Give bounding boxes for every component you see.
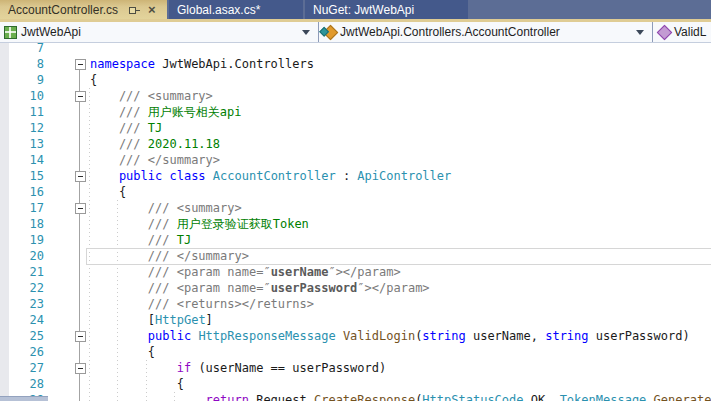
line-number: 23 bbox=[0, 296, 44, 312]
code-line-10[interactable]: 10 /// <summary> bbox=[0, 88, 711, 104]
fold-collapse-toggle[interactable] bbox=[75, 59, 86, 70]
code-text: { bbox=[90, 184, 126, 200]
tab-label: NuGet: JwtWebApi bbox=[313, 3, 414, 17]
code-editor[interactable]: 78namespace JwtWebApi.Controllers9{10 //… bbox=[0, 43, 711, 401]
code-text: /// 用户登录验证获取Token bbox=[90, 216, 309, 232]
code-line-13[interactable]: 13 /// 2020.11.18 bbox=[0, 136, 711, 152]
line-number: 16 bbox=[0, 184, 44, 200]
close-icon[interactable]: × bbox=[148, 4, 156, 16]
fold-collapse-toggle[interactable] bbox=[75, 331, 86, 342]
line-number: 22 bbox=[0, 280, 44, 296]
code-line-24[interactable]: 24 [HttpGet] bbox=[0, 312, 711, 328]
tab-accountcontroller[interactable]: AccountController.cs × bbox=[0, 0, 167, 19]
code-text: { bbox=[90, 376, 184, 392]
line-number: 10 bbox=[0, 88, 44, 104]
code-text: public class AccountController : ApiCont… bbox=[90, 168, 451, 184]
line-number: 15 bbox=[0, 168, 44, 184]
fold-collapse-toggle[interactable] bbox=[75, 171, 86, 182]
type-dropdown-value: JwtWebApi.Controllers.AccountController bbox=[340, 25, 560, 39]
zoom-control[interactable] bbox=[0, 396, 48, 401]
line-number: 11 bbox=[0, 104, 44, 120]
code-text: if (userName == userPassword) bbox=[90, 360, 386, 376]
code-text: /// <param name=″userPassword″></param> bbox=[90, 280, 430, 296]
class-icon bbox=[323, 24, 339, 40]
code-line-27[interactable]: 27 if (userName == userPassword) bbox=[0, 360, 711, 376]
member-dropdown-value: ValidL bbox=[674, 25, 706, 39]
code-line-15[interactable]: 15 public class AccountController : ApiC… bbox=[0, 168, 711, 184]
line-number: 18 bbox=[0, 216, 44, 232]
code-text: /// </summary> bbox=[90, 152, 220, 168]
code-line-17[interactable]: 17 /// <summary> bbox=[0, 200, 711, 216]
code-text: namespace JwtWebApi.Controllers bbox=[90, 56, 314, 72]
line-number: 7 bbox=[0, 43, 44, 56]
code-line-18[interactable]: 18 /// 用户登录验证获取Token bbox=[0, 216, 711, 232]
line-number: 12 bbox=[0, 120, 44, 136]
code-line-14[interactable]: 14 /// </summary> bbox=[0, 152, 711, 168]
tab-label: Global.asax.cs* bbox=[177, 3, 260, 17]
code-line-26[interactable]: 26 { bbox=[0, 344, 711, 360]
line-number: 27 bbox=[0, 360, 44, 376]
navigation-bar: JwtWebApi JwtWebApi.Controllers.AccountC… bbox=[0, 22, 711, 43]
code-line-16[interactable]: 16 { bbox=[0, 184, 711, 200]
code-text: /// TJ bbox=[90, 120, 162, 136]
code-line-25[interactable]: 25 public HttpResponseMessage ValidLogin… bbox=[0, 328, 711, 344]
project-dropdown[interactable]: JwtWebApi bbox=[0, 22, 318, 42]
code-line-9[interactable]: 9{ bbox=[0, 72, 711, 88]
code-line-20[interactable]: 20 /// </summary> bbox=[0, 248, 711, 264]
line-number: 9 bbox=[0, 72, 44, 88]
fold-collapse-toggle[interactable] bbox=[75, 203, 86, 214]
line-number: 26 bbox=[0, 344, 44, 360]
line-number: 19 bbox=[0, 232, 44, 248]
code-line-8[interactable]: 8namespace JwtWebApi.Controllers bbox=[0, 56, 711, 72]
type-dropdown[interactable]: JwtWebApi.Controllers.AccountController bbox=[319, 22, 652, 42]
line-number: 8 bbox=[0, 56, 44, 72]
line-number: 28 bbox=[0, 376, 44, 392]
code-text: /// <param name=″userName″></param> bbox=[90, 264, 401, 280]
code-line-11[interactable]: 11 /// 用户账号相关api bbox=[0, 104, 711, 120]
tab-label: AccountController.cs bbox=[8, 3, 118, 17]
line-number: 24 bbox=[0, 312, 44, 328]
line-number: 25 bbox=[0, 328, 44, 344]
project-dropdown-value: JwtWebApi bbox=[21, 25, 81, 39]
code-text: /// 用户账号相关api bbox=[90, 104, 241, 120]
visual-studio-editor-window: AccountController.cs × Global.asax.cs* N… bbox=[0, 0, 711, 401]
code-text: [HttpGet] bbox=[90, 312, 213, 328]
code-text: { bbox=[90, 72, 97, 88]
code-line-29[interactable]: 29 return Request.CreateResponse(HttpSta… bbox=[0, 392, 711, 401]
tab-nuget[interactable]: NuGet: JwtWebApi bbox=[305, 0, 468, 19]
member-dropdown[interactable]: ValidL bbox=[653, 22, 711, 42]
code-text: /// <summary> bbox=[90, 200, 242, 216]
line-number: 13 bbox=[0, 136, 44, 152]
fold-collapse-toggle[interactable] bbox=[75, 363, 86, 374]
code-line-21[interactable]: 21 /// <param name=″userName″></param> bbox=[0, 264, 711, 280]
line-number: 14 bbox=[0, 152, 44, 168]
code-text: /// <returns></returns> bbox=[90, 296, 314, 312]
code-line-28[interactable]: 28 { bbox=[0, 376, 711, 392]
document-tab-bar: AccountController.cs × Global.asax.cs* N… bbox=[0, 0, 711, 19]
code-line-19[interactable]: 19 /// TJ bbox=[0, 232, 711, 248]
line-number: 21 bbox=[0, 264, 44, 280]
chevron-down-icon[interactable] bbox=[636, 30, 644, 35]
chevron-down-icon[interactable] bbox=[302, 30, 310, 35]
code-text: /// </summary> bbox=[90, 248, 249, 264]
code-text: public HttpResponseMessage ValidLogin(st… bbox=[90, 328, 690, 344]
code-text: /// TJ bbox=[90, 232, 191, 248]
code-text: return Request.CreateResponse(HttpStatus… bbox=[90, 392, 711, 401]
pin-icon[interactable] bbox=[128, 4, 140, 16]
code-line-23[interactable]: 23 /// <returns></returns> bbox=[0, 296, 711, 312]
method-icon bbox=[657, 24, 673, 40]
fold-collapse-toggle[interactable] bbox=[75, 91, 86, 102]
code-line-22[interactable]: 22 /// <param name=″userPassword″></para… bbox=[0, 280, 711, 296]
code-line-7[interactable]: 7 bbox=[0, 43, 711, 56]
line-number: 17 bbox=[0, 200, 44, 216]
code-text: /// 2020.11.18 bbox=[90, 136, 220, 152]
code-text: { bbox=[90, 344, 155, 360]
tab-global-asax[interactable]: Global.asax.cs* bbox=[169, 0, 303, 19]
code-line-12[interactable]: 12 /// TJ bbox=[0, 120, 711, 136]
code-text: /// <summary> bbox=[90, 88, 213, 104]
project-icon bbox=[4, 26, 17, 39]
line-number: 20 bbox=[0, 248, 44, 264]
